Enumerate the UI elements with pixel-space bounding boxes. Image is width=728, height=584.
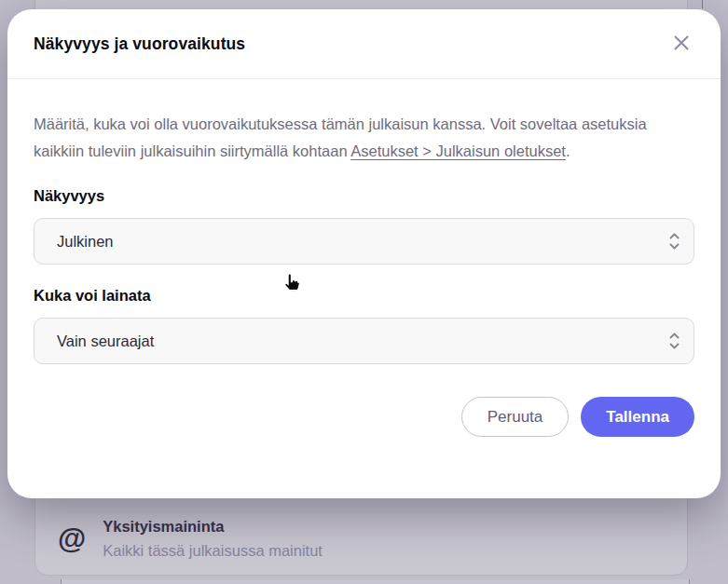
dialog-body: Määritä, kuka voi olla vuorovaikutuksess…	[7, 79, 721, 437]
save-button[interactable]: Tallenna	[581, 397, 694, 437]
visibility-label: Näkyvyys	[34, 187, 694, 205]
chevron-up-down-icon	[668, 230, 680, 252]
visibility-interaction-dialog: Näkyvyys ja vuorovaikutus Määritä, kuka …	[7, 9, 721, 498]
post-defaults-link[interactable]: Asetukset > Julkaisun oletukset	[350, 143, 566, 159]
quote-permission-select[interactable]: Vain seuraajat	[34, 318, 694, 364]
cancel-button[interactable]: Peruuta	[461, 397, 570, 437]
quote-permission-select-value: Vain seuraajat	[57, 333, 154, 350]
description-period: .	[566, 143, 570, 159]
dialog-header: Näkyvyys ja vuorovaikutus	[7, 9, 721, 79]
quote-permission-label: Kuka voi lainata	[34, 287, 694, 305]
dialog-footer: Peruuta Tallenna	[34, 397, 694, 437]
close-button[interactable]	[668, 31, 694, 57]
visibility-select[interactable]: Julkinen	[34, 218, 694, 265]
close-icon	[671, 33, 692, 56]
dialog-description: Määritä, kuka voi olla vuorovaikutuksess…	[34, 111, 694, 165]
chevron-up-down-icon	[668, 330, 680, 352]
visibility-select-value: Julkinen	[57, 233, 114, 251]
dialog-title: Näkyvyys ja vuorovaikutus	[34, 34, 245, 54]
